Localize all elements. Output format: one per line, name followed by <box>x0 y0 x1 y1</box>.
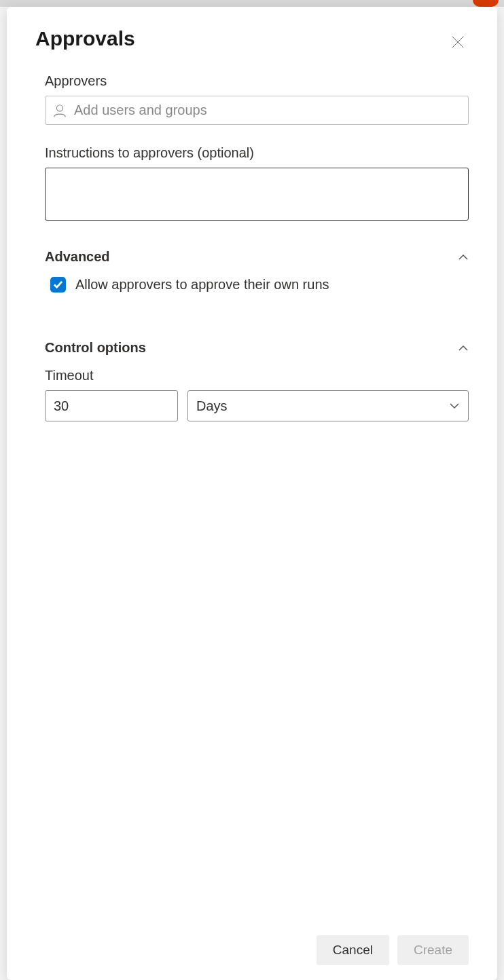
person-icon <box>52 103 67 118</box>
timeout-row: Days <box>45 390 469 421</box>
approvers-field: Approvers <box>45 73 469 125</box>
panel-title: Approvals <box>35 27 135 50</box>
instructions-label: Instructions to approvers (optional) <box>45 145 469 161</box>
panel-body: Approvers Instructions to approvers (opt… <box>35 73 469 924</box>
cancel-button[interactable]: Cancel <box>317 935 389 965</box>
avatar-hint <box>473 0 499 7</box>
panel-footer: Cancel Create <box>35 924 469 965</box>
chevron-up-icon <box>458 343 469 354</box>
control-options-section-header[interactable]: Control options <box>45 340 469 356</box>
close-button[interactable] <box>447 31 469 53</box>
timeout-label: Timeout <box>45 368 469 383</box>
approvers-input[interactable] <box>74 102 461 118</box>
chevron-up-icon <box>458 252 469 263</box>
create-button[interactable]: Create <box>397 935 469 965</box>
close-icon <box>450 35 465 50</box>
chevron-down-icon <box>449 400 460 411</box>
advanced-title: Advanced <box>45 249 110 265</box>
advanced-section-header[interactable]: Advanced <box>45 249 469 265</box>
svg-point-2 <box>56 105 62 111</box>
timeout-unit-select[interactable]: Days <box>187 390 469 421</box>
checkmark-icon <box>53 280 63 290</box>
instructions-field: Instructions to approvers (optional) <box>45 145 469 223</box>
control-options-title: Control options <box>45 340 146 356</box>
allow-self-approve-label: Allow approvers to approve their own run… <box>75 277 329 293</box>
timeout-unit-value: Days <box>196 398 228 414</box>
allow-self-approve-row: Allow approvers to approve their own run… <box>50 277 469 293</box>
timeout-value-input[interactable] <box>45 390 178 421</box>
approvers-label: Approvers <box>45 73 469 89</box>
approvers-input-wrapper[interactable] <box>45 96 469 125</box>
instructions-textarea[interactable] <box>45 168 469 221</box>
timeout-field: Timeout Days <box>45 368 469 421</box>
panel-header: Approvals <box>35 27 469 53</box>
top-bar-bg <box>0 0 504 7</box>
allow-self-approve-checkbox[interactable] <box>50 277 66 293</box>
approvals-panel: Approvals Approvers Instructions to appr… <box>7 7 497 980</box>
